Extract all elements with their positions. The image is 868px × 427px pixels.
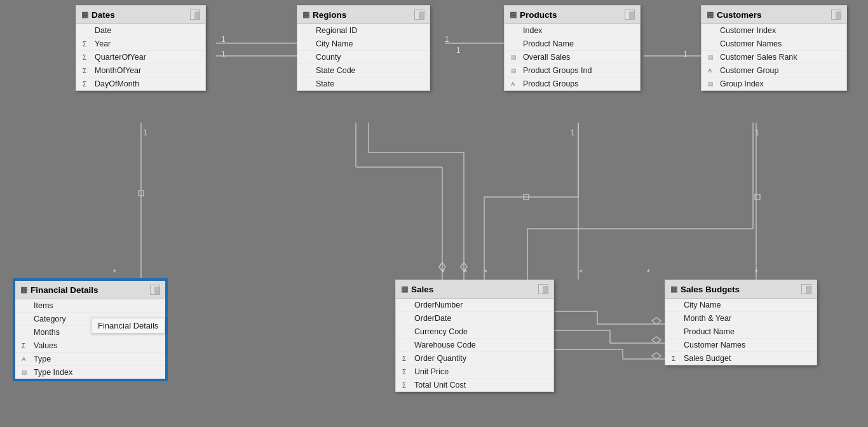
table-regions-title: Regions — [313, 10, 346, 20]
field-row: ▤Group Index — [702, 78, 846, 90]
cardinality-dates-bottom: 1 — [143, 128, 147, 137]
cardinality-sales-star1: * — [442, 268, 445, 277]
field-row: ▤Customer Sales Rank — [702, 51, 846, 64]
table-dates[interactable]: ▦ Dates Date ΣYear ΣQuarterOfYear ΣMonth… — [76, 5, 206, 91]
field-row: County — [297, 51, 430, 64]
table-dates-body: Date ΣYear ΣQuarterOfYear ΣMonthOfYear Σ… — [76, 24, 205, 90]
table-sales-budgets-body: City Name Month & Year Product Name Cust… — [665, 299, 817, 365]
field-row: ACustomer Group — [702, 64, 846, 78]
sigma-icon: Σ — [402, 369, 411, 376]
field-row: ΣYear — [76, 37, 205, 51]
tooltip-popup: Financial Details — [91, 318, 165, 334]
svg-rect-13 — [524, 194, 529, 200]
sigma-icon: Σ — [402, 355, 411, 362]
table-icon: ▦ — [81, 10, 88, 19]
cardinality-customers-budgets: * — [755, 268, 758, 277]
tooltip-text: Financial Details — [98, 321, 158, 330]
field-row: Currency Code — [396, 325, 553, 339]
table-customers-title: Customers — [717, 10, 762, 20]
cardinality-customers-bottom: 1 — [755, 128, 759, 137]
chart-icon: ▤ — [511, 67, 520, 74]
cardinality-products-sales: * — [580, 268, 583, 277]
field-row: State Code — [297, 64, 430, 78]
field-row: Warehouse Code — [396, 339, 553, 352]
field-row: ΣDayOfMonth — [76, 78, 205, 90]
field-row: Product Name — [505, 37, 640, 51]
cardinality-budgets-star1: * — [647, 268, 650, 277]
sigma-icon: Σ — [672, 355, 681, 362]
table-products-header: ▦ Products — [505, 6, 640, 24]
table-regions[interactable]: ▦ Regions Regional ID City Name County S… — [297, 5, 430, 91]
field-row: OrderDate — [396, 312, 553, 325]
table-sales[interactable]: ▦ Sales OrderNumber OrderDate Currency C… — [395, 280, 554, 392]
field-row: ▤Product Groups Ind — [505, 64, 640, 78]
svg-rect-1 — [139, 191, 144, 196]
table-products[interactable]: ▦ Products Index Product Name ▤Overall S… — [504, 5, 641, 91]
field-row: Items — [15, 299, 165, 313]
field-row: ΣValues — [15, 339, 165, 353]
field-row: Regional ID — [297, 24, 430, 37]
field-row: Product Name — [665, 325, 817, 339]
svg-marker-31 — [652, 337, 661, 343]
table-customers-body: Customer Index Customer Names ▤Customer … — [702, 24, 846, 90]
field-row: State — [297, 78, 430, 90]
cardinality-fin-star: * — [113, 268, 116, 277]
svg-marker-27 — [652, 318, 661, 324]
table-sales-title: Sales — [411, 285, 433, 294]
table-dates-title: Dates — [92, 10, 115, 20]
table-sales-header: ▦ Sales — [396, 280, 553, 299]
field-row: Month & Year — [665, 312, 817, 325]
sigma-icon: Σ — [83, 67, 92, 74]
chart-icon: ▤ — [511, 54, 520, 60]
text-icon: A — [708, 67, 717, 74]
table-customers-header: ▦ Customers — [702, 6, 846, 24]
field-row: Customer Names — [702, 37, 846, 51]
field-row: ΣOrder Quantity — [396, 352, 553, 365]
sigma-icon: Σ — [402, 382, 411, 389]
table-products-body: Index Product Name ▤Overall Sales ▤Produ… — [505, 24, 640, 90]
table-icon: ▦ — [302, 10, 309, 19]
table-icon: ▦ — [670, 285, 677, 294]
field-row: City Name — [297, 37, 430, 51]
cardinality-products-customers-1: 1 — [683, 50, 688, 58]
cardinality-sales-star3: * — [484, 268, 487, 277]
field-row: ΣSales Budget — [665, 352, 817, 365]
table-regions-body: Regional ID City Name County State Code … — [297, 24, 430, 90]
field-row: Customer Index — [702, 24, 846, 37]
field-row: ▤Type Index — [15, 366, 165, 379]
table-sales-budgets-header: ▦ Sales Budgets — [665, 280, 817, 299]
table-financial-details-header: ▦ Financial Details — [15, 281, 165, 299]
cardinality-region-products-1a: 1 — [445, 35, 449, 44]
field-row: ΣMonthOfYear — [76, 64, 205, 78]
table-products-title: Products — [520, 10, 557, 20]
field-row: Customer Names — [665, 339, 817, 352]
table-sales-budgets-title: Sales Budgets — [681, 285, 740, 294]
field-row: ΣUnit Price — [396, 365, 553, 379]
chart-icon: ▤ — [708, 81, 717, 87]
sigma-icon: Σ — [22, 342, 31, 349]
field-row: ΣQuarterOfYear — [76, 51, 205, 64]
field-row: AType — [15, 353, 165, 366]
table-dates-header: ▦ Dates — [76, 6, 205, 24]
cardinality-dates-region-1b: 1 — [221, 50, 226, 58]
svg-rect-18 — [755, 194, 760, 200]
table-financial-details-title: Financial Details — [31, 285, 98, 295]
text-icon: A — [22, 356, 31, 362]
table-sales-budgets[interactable]: ▦ Sales Budgets City Name Month & Year P… — [665, 280, 817, 365]
field-row: OrderNumber — [396, 299, 553, 312]
table-icon: ▦ — [510, 10, 517, 19]
table-regions-header: ▦ Regions — [297, 6, 430, 24]
field-row: City Name — [665, 299, 817, 312]
text-icon: A — [511, 81, 520, 87]
table-customers[interactable]: ▦ Customers Customer Index Customer Name… — [701, 5, 847, 91]
cardinality-sales-star2: * — [464, 268, 467, 277]
cardinality-region-products-1b: 1 — [456, 46, 461, 55]
sigma-icon: Σ — [83, 41, 92, 48]
chart-icon: ▤ — [708, 54, 717, 60]
cardinality-products-bottom: 1 — [571, 128, 575, 137]
chart-icon: ▤ — [22, 369, 31, 376]
cardinality-dates-region-1a: 1 — [221, 35, 226, 44]
field-row: ▤Overall Sales — [505, 51, 640, 64]
field-row: Date — [76, 24, 205, 37]
field-row: ΣTotal Unit Cost — [396, 379, 553, 391]
